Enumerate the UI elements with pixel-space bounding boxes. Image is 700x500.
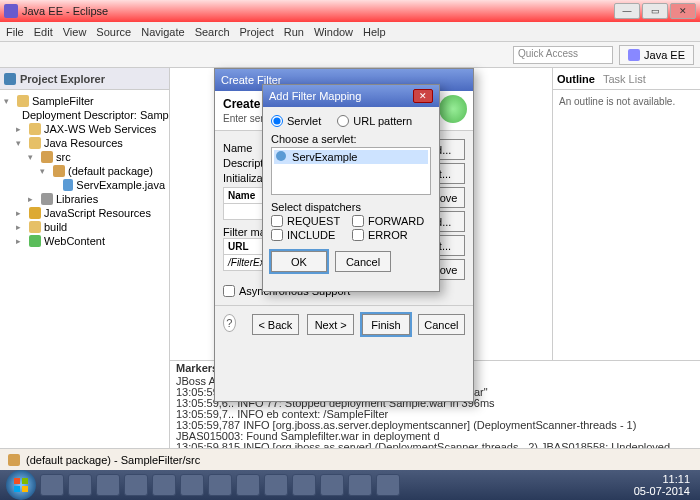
system-tray[interactable]: 11:11 05-07-2014 [634,473,694,497]
finish-button[interactable]: Finish [362,314,409,335]
url-radio[interactable] [337,115,349,127]
menu-file[interactable]: File [6,26,24,38]
node-icon [29,207,41,219]
menu-edit[interactable]: Edit [34,26,53,38]
tree-node[interactable]: ▾SampleFilter [4,94,165,108]
minimize-button[interactable]: — [614,3,640,19]
outline-tab[interactable]: Outline [557,73,595,85]
taskbar-app-icon[interactable] [208,474,232,496]
tray-time: 11:11 [634,473,690,485]
tree-node[interactable]: ▸JavaScript Resources [4,206,165,220]
project-explorer-title: Project Explorer [20,73,105,85]
taskbar-app-icon[interactable] [152,474,176,496]
menu-help[interactable]: Help [363,26,386,38]
dispatcher-checkbox[interactable] [271,229,283,241]
taskbar-app-icon[interactable] [348,474,372,496]
toolbar: Quick Access Java EE [0,42,700,68]
dispatcher-option[interactable]: INCLUDE [271,229,350,241]
tree-node[interactable]: ▾Java Resources [4,136,165,150]
dispatcher-option[interactable]: ERROR [352,229,431,241]
windows-taskbar: 11:11 05-07-2014 [0,470,700,500]
menu-search[interactable]: Search [195,26,230,38]
next-button[interactable]: Next > [307,314,354,335]
perspective-switcher[interactable]: Java EE [619,45,694,65]
dispatcher-checkbox[interactable] [352,215,364,227]
menu-view[interactable]: View [63,26,87,38]
taskbar-app-icon[interactable] [264,474,288,496]
dispatcher-label: INCLUDE [287,229,335,241]
menu-run[interactable]: Run [284,26,304,38]
tree-node[interactable]: ▸JAX-WS Web Services [4,122,165,136]
dispatcher-label: REQUEST [287,215,340,227]
wizard-button-row: ? < Back Next > Finish Cancel [215,305,473,343]
node-icon [17,95,29,107]
close-button[interactable]: ✕ [670,3,696,19]
ok-button[interactable]: OK [271,251,327,272]
add-mapping-title: Add Filter Mapping [269,90,361,102]
wizard-icon-arrow [439,95,467,123]
status-text: (default package) - SampleFilter/src [26,454,200,466]
servlet-radio[interactable] [271,115,283,127]
maximize-button[interactable]: ▭ [642,3,668,19]
tree-node[interactable]: ▾(default package) [4,164,165,178]
node-label: Deployment Descriptor: SampleFilter [22,109,169,121]
tree-node[interactable]: ▸build [4,220,165,234]
package-icon [8,454,20,466]
mapping-cancel-button[interactable]: Cancel [335,251,391,272]
node-icon [29,221,41,233]
servlet-item-icon [276,151,286,161]
taskbar-app-icon[interactable] [376,474,400,496]
tasklist-tab[interactable]: Task List [603,73,646,85]
taskbar-app-icon[interactable] [292,474,316,496]
svg-rect-3 [22,486,28,492]
svg-rect-1 [22,478,28,484]
tree-node[interactable]: ▸Libraries [4,192,165,206]
choose-servlet-label: Choose a servlet: [271,133,431,145]
start-button[interactable] [6,470,36,500]
node-label: ServExample.java [76,179,165,191]
menu-window[interactable]: Window [314,26,353,38]
node-label: Java Resources [44,137,123,149]
node-icon [29,235,41,247]
menu-project[interactable]: Project [240,26,274,38]
node-icon [41,151,53,163]
status-bar: (default package) - SampleFilter/src [0,448,700,470]
menu-source[interactable]: Source [96,26,131,38]
dispatcher-checkbox[interactable] [271,215,283,227]
taskbar-app-icon[interactable] [40,474,64,496]
project-explorer-header: Project Explorer [0,68,169,90]
javaee-icon [628,49,640,61]
servlet-listbox[interactable]: ServExample [271,147,431,195]
project-tree[interactable]: ▾SampleFilterDeployment Descriptor: Samp… [0,90,169,468]
taskbar-app-icon[interactable] [180,474,204,496]
taskbar-app-icon[interactable] [124,474,148,496]
node-icon [63,179,73,191]
servlet-list-item[interactable]: ServExample [274,150,428,164]
add-mapping-titlebar[interactable]: Add Filter Mapping ✕ [263,85,439,107]
taskbar-app-icon[interactable] [320,474,344,496]
add-filter-mapping-dialog: Add Filter Mapping ✕ Servlet URL pattern… [262,84,440,292]
tree-node[interactable]: ServExample.java [4,178,165,192]
servlet-item-label: ServExample [292,151,357,163]
async-checkbox[interactable] [223,285,235,297]
dispatcher-checkbox[interactable] [352,229,364,241]
tree-node[interactable]: ▸WebContent [4,234,165,248]
node-label: JavaScript Resources [44,207,151,219]
taskbar-app-icon[interactable] [68,474,92,496]
taskbar-app-icon[interactable] [236,474,260,496]
dispatcher-option[interactable]: REQUEST [271,215,350,227]
cancel-button[interactable]: Cancel [418,314,465,335]
dialog-close-button[interactable]: ✕ [413,89,433,103]
back-button[interactable]: < Back [252,314,299,335]
help-button[interactable]: ? [223,314,236,332]
tree-node[interactable]: Deployment Descriptor: SampleFilter [4,108,165,122]
quick-access-input[interactable]: Quick Access [513,46,613,64]
tree-node[interactable]: ▾src [4,150,165,164]
svg-rect-0 [14,478,20,484]
menu-navigate[interactable]: Navigate [141,26,184,38]
dispatcher-option[interactable]: FORWARD [352,215,431,227]
taskbar-app-icon[interactable] [96,474,120,496]
node-label: WebContent [44,235,105,247]
node-label: Libraries [56,193,98,205]
project-explorer-icon [4,73,16,85]
